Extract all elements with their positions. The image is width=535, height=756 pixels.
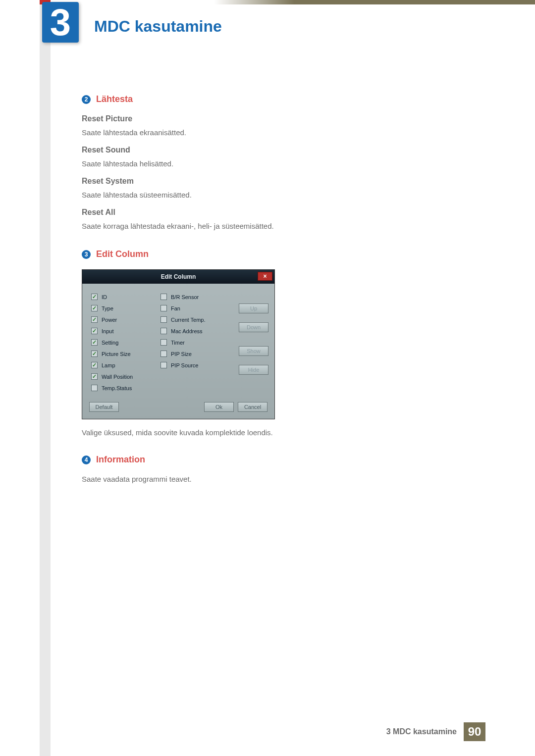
section-3-title: Edit Column: [96, 249, 149, 259]
chk-wall-position: Wall Position: [91, 373, 160, 380]
section-2-title: Lähtesta: [96, 94, 133, 104]
chk-pip-source: PIP Source: [160, 362, 225, 368]
dialog-body: ID Type Power Input Setting Picture Size…: [82, 284, 274, 397]
chk-mac-address: Mac Address: [160, 328, 225, 334]
checkbox-timer[interactable]: [160, 339, 167, 346]
chk-input: Input: [91, 328, 160, 334]
section-4-title: Information: [96, 454, 145, 464]
label-fan: Fan: [171, 305, 180, 311]
chapter-number-badge: 3: [42, 2, 79, 43]
label-pip-size: PIP Size: [171, 351, 192, 357]
dialog-column-2: B/R Sensor Fan Current Temp. Mac Address…: [160, 294, 225, 391]
ok-button[interactable]: Ok: [204, 402, 234, 412]
edit-column-caption: Valige üksused, mida soovite kuvada komp…: [82, 428, 468, 437]
label-wall-position: Wall Position: [102, 374, 133, 380]
section-4-number-icon: 4: [82, 455, 91, 464]
default-button[interactable]: Default: [89, 402, 119, 412]
chk-power: Power: [91, 316, 160, 323]
reset-all-heading: Reset All: [82, 208, 468, 217]
chapter-title: MDC kasutamine: [94, 17, 222, 36]
chk-lamp: Lamp: [91, 362, 160, 368]
chk-setting: Setting: [91, 339, 160, 346]
footer-label: 3 MDC kasutamine: [386, 727, 457, 736]
section-2-number-icon: 2: [82, 95, 91, 104]
section-2-heading: 2 Lähtesta: [82, 94, 468, 104]
hide-button[interactable]: Hide: [239, 365, 268, 375]
checkbox-input[interactable]: [91, 328, 98, 334]
checkbox-lamp[interactable]: [91, 362, 98, 368]
dialog-column-3: Up Down Show Hide: [225, 294, 268, 391]
label-input: Input: [102, 328, 113, 334]
label-temp-status: Temp.Status: [102, 385, 132, 391]
label-lamp: Lamp: [102, 362, 115, 368]
chk-timer: Timer: [160, 339, 225, 346]
checkbox-pip-size[interactable]: [160, 351, 167, 357]
checkbox-power[interactable]: [91, 316, 98, 323]
label-id: ID: [102, 294, 107, 300]
checkbox-picture-size[interactable]: [91, 351, 98, 357]
section-3-heading: 3 Edit Column: [82, 249, 468, 259]
reset-system-heading: Reset System: [82, 177, 468, 186]
checkbox-current-temp[interactable]: [160, 316, 167, 323]
checkbox-temp-status[interactable]: [91, 385, 98, 391]
page-number: 90: [464, 722, 485, 741]
chk-type: Type: [91, 305, 160, 311]
chk-current-temp: Current Temp.: [160, 316, 225, 323]
checkbox-pip-source[interactable]: [160, 362, 167, 368]
label-mac-address: Mac Address: [171, 328, 203, 334]
label-current-temp: Current Temp.: [171, 317, 206, 323]
cancel-button[interactable]: Cancel: [238, 402, 268, 412]
reset-system-text: Saate lähtestada süsteemisätted.: [82, 191, 468, 199]
checkbox-mac-address[interactable]: [160, 328, 167, 334]
dialog-column-1: ID Type Power Input Setting Picture Size…: [91, 294, 160, 391]
chk-temp-status: Temp.Status: [91, 385, 160, 391]
reset-sound-heading: Reset Sound: [82, 146, 468, 154]
chk-br-sensor: B/R Sensor: [160, 294, 225, 300]
down-button[interactable]: Down: [239, 322, 268, 332]
checkbox-br-sensor[interactable]: [160, 294, 167, 300]
edit-column-dialog-image: Edit Column × ID Type Power Input Settin…: [82, 269, 275, 419]
page-footer: 3 MDC kasutamine 90: [386, 722, 485, 741]
close-button[interactable]: ×: [258, 272, 272, 281]
chk-fan: Fan: [160, 305, 225, 311]
checkbox-fan[interactable]: [160, 305, 167, 311]
up-button[interactable]: Up: [239, 303, 268, 313]
reset-picture-text: Saate lähtestada ekraanisätted.: [82, 128, 468, 137]
reset-picture-heading: Reset Picture: [82, 114, 468, 123]
top-bar: [0, 0, 535, 4]
chk-picture-size: Picture Size: [91, 351, 160, 357]
section-3-number-icon: 3: [82, 250, 91, 259]
dialog-footer: Default Ok Cancel: [82, 397, 274, 419]
label-timer: Timer: [171, 340, 185, 346]
label-picture-size: Picture Size: [102, 351, 131, 357]
chk-id: ID: [91, 294, 160, 300]
section-4-heading: 4 Information: [82, 454, 468, 465]
chk-pip-size: PIP Size: [160, 351, 225, 357]
label-power: Power: [102, 317, 117, 323]
edit-column-dialog: Edit Column × ID Type Power Input Settin…: [82, 269, 275, 419]
side-stripe: [40, 0, 51, 756]
checkbox-setting[interactable]: [91, 339, 98, 346]
dialog-titlebar: Edit Column ×: [82, 270, 274, 284]
label-setting: Setting: [102, 340, 118, 346]
checkbox-id[interactable]: [91, 294, 98, 300]
reset-sound-text: Saate lähtestada helisätted.: [82, 159, 468, 168]
checkbox-wall-position[interactable]: [91, 373, 98, 380]
show-button[interactable]: Show: [239, 346, 268, 356]
information-text: Saate vaadata programmi teavet.: [82, 475, 468, 483]
dialog-title: Edit Column: [161, 273, 196, 280]
page-content: 2 Lähtesta Reset Picture Saate lähtestad…: [82, 94, 468, 488]
label-br-sensor: B/R Sensor: [171, 294, 199, 300]
label-type: Type: [102, 305, 113, 311]
checkbox-type[interactable]: [91, 305, 98, 311]
label-pip-source: PIP Source: [171, 362, 198, 368]
reset-all-text: Saate korraga lähtestada ekraani-, heli-…: [82, 222, 468, 230]
